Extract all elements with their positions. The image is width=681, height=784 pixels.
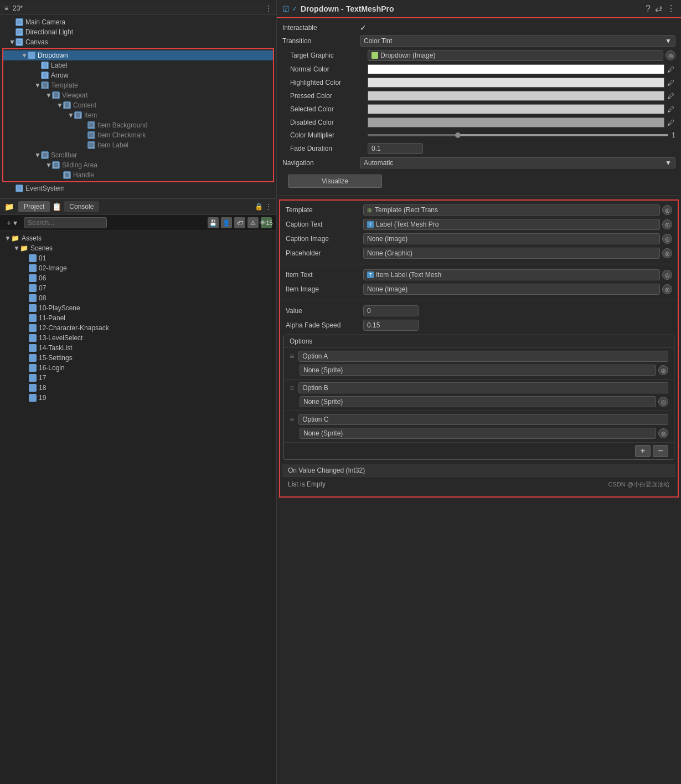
add-option-button[interactable]: + xyxy=(635,445,651,457)
drag-handle-a[interactable]: ≡ xyxy=(290,352,294,361)
user-icon[interactable]: 👤 xyxy=(221,217,232,228)
caption-image-ref[interactable]: None (Image) xyxy=(363,233,660,244)
arrow-template[interactable]: ▼ xyxy=(34,81,41,89)
option-b-sprite-ref[interactable]: None (Sprite) xyxy=(300,396,656,407)
scene-06[interactable]: 06 xyxy=(0,273,276,283)
scene-10[interactable]: 10-PlayScene xyxy=(0,303,276,313)
scene-07[interactable]: 07 xyxy=(0,283,276,293)
scene-01[interactable]: 01 xyxy=(0,253,276,263)
normal-color-swatch[interactable] xyxy=(368,64,664,74)
tree-item-event-system[interactable]: EventSystem xyxy=(0,183,276,193)
option-b-sprite-select[interactable]: ◎ xyxy=(658,397,668,407)
item-text-select-btn[interactable]: ◎ xyxy=(662,270,672,280)
warning-icon[interactable]: ⚠ xyxy=(247,217,259,228)
caption-image-select-btn[interactable]: ◎ xyxy=(662,234,672,244)
pressed-color-swatch[interactable] xyxy=(368,91,664,101)
tree-item-dropdown[interactable]: ▼ Dropdown xyxy=(3,50,273,60)
save-icon[interactable]: 💾 xyxy=(208,217,219,228)
tree-item-item[interactable]: ▼ Item xyxy=(3,110,273,120)
caption-text-ref[interactable]: T Label (Text Mesh Pro xyxy=(363,219,660,230)
alpha-fade-speed-input[interactable] xyxy=(363,320,419,331)
settings-icon[interactable]: ⇄ xyxy=(655,3,662,14)
arrow-dropdown[interactable]: ▼ xyxy=(21,52,28,59)
option-a-sprite-select[interactable]: ◎ xyxy=(658,365,668,375)
tree-item-item-checkmark[interactable]: Item Checkmark xyxy=(3,130,273,140)
disabled-color-eyedropper[interactable]: 🖊 xyxy=(665,117,675,127)
placeholder-select-btn[interactable]: ◎ xyxy=(662,248,672,258)
template-ref[interactable]: ⊞ Template (Rect Trans xyxy=(363,204,660,216)
search-input[interactable] xyxy=(24,217,107,228)
tree-item-item-label[interactable]: Item Label xyxy=(3,140,273,150)
scene-19[interactable]: 19 xyxy=(0,393,276,403)
item-text-ref[interactable]: T Item Label (Text Mesh xyxy=(363,269,660,280)
assets-root[interactable]: ▼ 📁 Assets xyxy=(0,233,276,243)
tree-item-canvas[interactable]: ▼ Canvas xyxy=(0,37,276,47)
fade-duration-input[interactable] xyxy=(368,143,423,154)
option-a-input[interactable] xyxy=(298,351,668,362)
option-c-sprite-ref[interactable]: None (Sprite) xyxy=(300,428,656,439)
tree-item-content[interactable]: ▼ Content xyxy=(3,100,273,110)
arrow-canvas[interactable]: ▼ xyxy=(9,38,16,46)
menu-icon[interactable]: ⋮ xyxy=(265,203,272,211)
tab-project[interactable]: Project xyxy=(18,201,50,212)
arrow-item[interactable]: ▼ xyxy=(68,111,74,119)
eye-icon[interactable]: 👁 15 xyxy=(261,217,272,228)
tree-item-directional-light[interactable]: Directional Light xyxy=(0,27,276,37)
value-input[interactable] xyxy=(363,305,419,316)
disabled-color-swatch[interactable] xyxy=(368,117,664,127)
option-c-sprite-select[interactable]: ◎ xyxy=(658,428,668,438)
target-graphic-select-btn[interactable]: ◎ xyxy=(665,50,675,60)
tree-item-main-camera[interactable]: Main Camera xyxy=(0,17,276,27)
scene-14[interactable]: 14-TaskList xyxy=(0,343,276,353)
arrow-scenes[interactable]: ▼ xyxy=(13,244,20,252)
scene-13[interactable]: 13-LevelSelect xyxy=(0,333,276,343)
scene-15[interactable]: 15-Settings xyxy=(0,353,276,363)
tree-item-scrollbar[interactable]: ▼ Scrollbar xyxy=(3,150,273,160)
selected-color-swatch[interactable] xyxy=(368,104,664,114)
item-image-ref[interactable]: None (Image) xyxy=(363,284,660,295)
add-button[interactable]: + ▾ xyxy=(4,217,19,228)
navigation-dropdown[interactable]: Automatic ▼ xyxy=(360,157,675,168)
tree-item-handle[interactable]: Handle xyxy=(3,170,273,180)
drag-handle-b[interactable]: ≡ xyxy=(290,383,294,392)
option-c-input[interactable] xyxy=(298,414,668,425)
tag-icon[interactable]: 🏷 xyxy=(234,217,245,228)
scene-17[interactable]: 17 xyxy=(0,373,276,383)
checkbox-icon[interactable]: ☑ xyxy=(282,4,290,13)
color-multiplier-slider[interactable]: 1 xyxy=(368,131,675,139)
highlighted-color-swatch[interactable] xyxy=(368,78,664,88)
menu-dots-icon[interactable]: ⋮ xyxy=(667,3,675,14)
visualize-button[interactable]: Visualize xyxy=(288,175,382,188)
option-b-input[interactable] xyxy=(298,382,668,393)
tree-item-template[interactable]: ▼ Template xyxy=(3,80,273,90)
tab-console[interactable]: Console xyxy=(64,201,99,212)
help-icon[interactable]: ? xyxy=(646,4,651,14)
tree-item-arrow[interactable]: Arrow xyxy=(3,70,273,80)
highlighted-color-eyedropper[interactable]: 🖊 xyxy=(665,78,675,88)
scenes-folder[interactable]: ▼ 📁 Scenes xyxy=(0,243,276,253)
arrow-viewport[interactable]: ▼ xyxy=(45,91,52,99)
pressed-color-eyedropper[interactable]: 🖊 xyxy=(665,91,675,101)
scene-18[interactable]: 18 xyxy=(0,383,276,393)
selected-color-eyedropper[interactable]: 🖊 xyxy=(665,104,675,114)
template-select-btn[interactable]: ◎ xyxy=(662,205,672,215)
slider-track[interactable] xyxy=(368,134,668,136)
option-a-sprite-ref[interactable]: None (Sprite) xyxy=(300,365,656,376)
arrow-assets[interactable]: ▼ xyxy=(4,234,11,242)
item-image-select-btn[interactable]: ◎ xyxy=(662,284,672,294)
scene-16[interactable]: 16-Login xyxy=(0,363,276,373)
caption-text-select-btn[interactable]: ◎ xyxy=(662,219,672,229)
scene-08[interactable]: 08 xyxy=(0,293,276,303)
drag-handle-c[interactable]: ≡ xyxy=(290,415,294,424)
tree-item-item-background[interactable]: Item Background xyxy=(3,120,273,130)
arrow-sliding-area[interactable]: ▼ xyxy=(45,161,52,169)
tree-item-label[interactable]: Label xyxy=(3,60,273,70)
scene-02-image[interactable]: 02-Image xyxy=(0,263,276,273)
transition-dropdown[interactable]: Color Tint ▼ xyxy=(360,35,675,47)
tree-item-viewport[interactable]: ▼ Viewport xyxy=(3,90,273,100)
arrow-content[interactable]: ▼ xyxy=(56,101,63,109)
hierarchy-menu-icon[interactable]: ⋮ xyxy=(265,4,272,12)
arrow-scrollbar[interactable]: ▼ xyxy=(34,151,41,159)
target-graphic-ref[interactable]: Dropdown (Image) xyxy=(368,50,663,61)
lock-icon[interactable]: 🔒 xyxy=(255,203,263,211)
